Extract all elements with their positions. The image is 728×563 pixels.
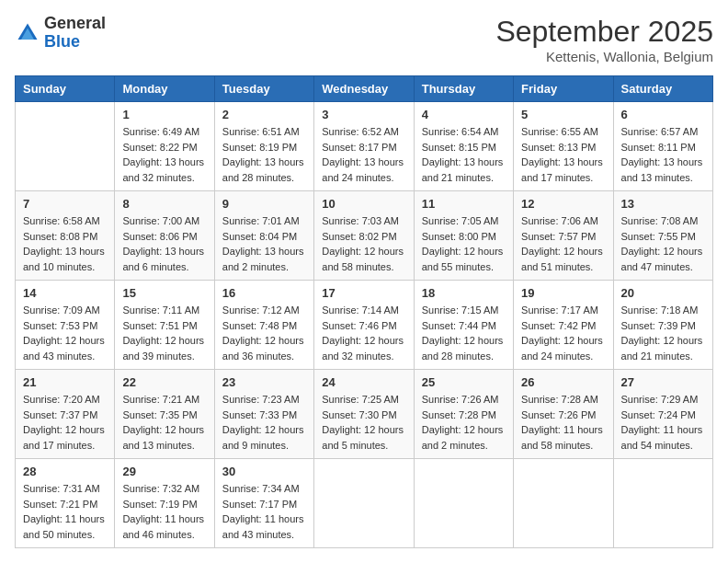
sunset-text: Sunset: 7:21 PM	[23, 499, 97, 510]
day-info: Sunrise: 6:51 AM Sunset: 8:19 PM Dayligh…	[222, 124, 306, 185]
cell-w5-d7	[613, 459, 712, 548]
cell-w5-d2: 29 Sunrise: 7:32 AM Sunset: 7:19 PM Dayl…	[115, 459, 214, 548]
cell-w3-d1: 14 Sunrise: 7:09 AM Sunset: 7:53 PM Dayl…	[16, 281, 115, 370]
day-number: 30	[222, 465, 306, 478]
day-number: 9	[222, 197, 306, 211]
cell-w3-d6: 19 Sunrise: 7:17 AM Sunset: 7:42 PM Dayl…	[514, 281, 613, 370]
cell-w2-d3: 9 Sunrise: 7:01 AM Sunset: 8:04 PM Dayli…	[214, 191, 313, 281]
sunset-text: Sunset: 7:51 PM	[122, 320, 197, 331]
day-number: 8	[122, 197, 206, 211]
sunset-text: Sunset: 8:11 PM	[621, 142, 696, 153]
sunset-text: Sunset: 8:00 PM	[422, 231, 496, 242]
day-number: 19	[521, 286, 605, 300]
day-number: 24	[322, 375, 405, 389]
day-number: 5	[521, 108, 605, 121]
cell-w3-d2: 15 Sunrise: 7:11 AM Sunset: 7:51 PM Dayl…	[115, 281, 214, 370]
daylight-text: Daylight: 11 hours and 43 minutes.	[222, 513, 304, 540]
day-number: 11	[422, 197, 506, 211]
header-tuesday: Tuesday	[214, 76, 313, 102]
cell-w5-d6	[514, 459, 613, 548]
day-number: 17	[322, 286, 405, 300]
day-number: 12	[521, 197, 605, 211]
sunrise-text: Sunrise: 6:51 AM	[222, 126, 300, 137]
header-sunday: Sunday	[16, 76, 115, 102]
day-number: 18	[422, 286, 506, 300]
day-number: 14	[23, 286, 107, 300]
sunrise-text: Sunrise: 6:52 AM	[322, 126, 399, 137]
day-number: 20	[621, 286, 705, 300]
header-friday: Friday	[514, 76, 613, 102]
sunrise-text: Sunrise: 6:55 AM	[521, 126, 598, 137]
day-info: Sunrise: 7:09 AM Sunset: 7:53 PM Dayligh…	[23, 303, 107, 363]
week-row-1: 1 Sunrise: 6:49 AM Sunset: 8:22 PM Dayli…	[16, 102, 713, 191]
header-saturday: Saturday	[613, 76, 712, 102]
sunrise-text: Sunrise: 7:32 AM	[122, 483, 199, 494]
sunrise-text: Sunrise: 7:12 AM	[222, 304, 300, 316]
daylight-text: Daylight: 12 hours and 28 minutes.	[422, 335, 504, 362]
daylight-text: Daylight: 12 hours and 21 minutes.	[621, 335, 703, 362]
daylight-text: Daylight: 12 hours and 36 minutes.	[222, 335, 304, 362]
sunrise-text: Sunrise: 6:49 AM	[122, 126, 199, 137]
cell-w4-d7: 27 Sunrise: 7:29 AM Sunset: 7:24 PM Dayl…	[613, 370, 712, 459]
sunrise-text: Sunrise: 6:54 AM	[422, 126, 499, 137]
cell-w5-d5	[414, 459, 513, 548]
daylight-text: Daylight: 12 hours and 39 minutes.	[122, 335, 204, 362]
cell-w4-d1: 21 Sunrise: 7:20 AM Sunset: 7:37 PM Dayl…	[16, 370, 115, 459]
cell-w2-d2: 8 Sunrise: 7:00 AM Sunset: 8:06 PM Dayli…	[115, 191, 214, 281]
day-info: Sunrise: 7:25 AM Sunset: 7:30 PM Dayligh…	[322, 392, 405, 453]
day-info: Sunrise: 6:55 AM Sunset: 8:13 PM Dayligh…	[521, 124, 605, 185]
cell-w1-d2: 1 Sunrise: 6:49 AM Sunset: 8:22 PM Dayli…	[115, 102, 214, 191]
sunrise-text: Sunrise: 7:31 AM	[23, 483, 100, 494]
sunrise-text: Sunrise: 7:03 AM	[322, 215, 399, 226]
sunset-text: Sunset: 7:17 PM	[222, 499, 297, 510]
cell-w3-d4: 17 Sunrise: 7:14 AM Sunset: 7:46 PM Dayl…	[314, 281, 414, 370]
sunrise-text: Sunrise: 7:28 AM	[521, 394, 598, 405]
sunset-text: Sunset: 7:24 PM	[621, 409, 696, 420]
day-number: 7	[23, 197, 107, 211]
sunrise-text: Sunrise: 6:58 AM	[23, 215, 100, 226]
sunrise-text: Sunrise: 7:01 AM	[222, 215, 300, 226]
cell-w2-d6: 12 Sunrise: 7:06 AM Sunset: 7:57 PM Dayl…	[514, 191, 613, 281]
cell-w3-d3: 16 Sunrise: 7:12 AM Sunset: 7:48 PM Dayl…	[214, 281, 313, 370]
header-thursday: Thursday	[414, 76, 513, 102]
sunset-text: Sunset: 8:13 PM	[521, 142, 596, 153]
day-info: Sunrise: 7:21 AM Sunset: 7:35 PM Dayligh…	[122, 392, 206, 453]
sunrise-text: Sunrise: 7:05 AM	[422, 215, 499, 226]
sunset-text: Sunset: 7:55 PM	[621, 231, 696, 242]
week-row-5: 28 Sunrise: 7:31 AM Sunset: 7:21 PM Dayl…	[16, 459, 713, 548]
sunrise-text: Sunrise: 7:34 AM	[222, 483, 300, 494]
daylight-text: Daylight: 12 hours and 47 minutes.	[621, 246, 703, 272]
day-number: 3	[322, 108, 405, 121]
sunset-text: Sunset: 7:33 PM	[222, 409, 297, 420]
cell-w2-d4: 10 Sunrise: 7:03 AM Sunset: 8:02 PM Dayl…	[314, 191, 414, 281]
sunrise-text: Sunrise: 7:15 AM	[422, 304, 499, 316]
daylight-text: Daylight: 12 hours and 24 minutes.	[521, 335, 603, 362]
cell-w5-d4	[314, 459, 414, 548]
day-info: Sunrise: 7:26 AM Sunset: 7:28 PM Dayligh…	[422, 392, 506, 453]
header-monday: Monday	[115, 76, 214, 102]
day-info: Sunrise: 7:31 AM Sunset: 7:21 PM Dayligh…	[23, 481, 107, 542]
daylight-text: Daylight: 12 hours and 58 minutes.	[322, 246, 404, 272]
cell-w4-d4: 24 Sunrise: 7:25 AM Sunset: 7:30 PM Dayl…	[314, 370, 414, 459]
sunrise-text: Sunrise: 7:08 AM	[621, 215, 699, 226]
cell-w4-d2: 22 Sunrise: 7:21 AM Sunset: 7:35 PM Dayl…	[115, 370, 214, 459]
sunrise-text: Sunrise: 6:57 AM	[621, 126, 699, 137]
day-info: Sunrise: 7:23 AM Sunset: 7:33 PM Dayligh…	[222, 392, 306, 453]
day-number: 23	[222, 375, 306, 389]
day-number: 2	[222, 108, 306, 121]
day-info: Sunrise: 7:28 AM Sunset: 7:26 PM Dayligh…	[521, 392, 605, 453]
day-info: Sunrise: 7:18 AM Sunset: 7:39 PM Dayligh…	[621, 303, 705, 363]
day-number: 1	[122, 108, 206, 121]
sunset-text: Sunset: 7:48 PM	[222, 320, 297, 331]
day-info: Sunrise: 7:00 AM Sunset: 8:06 PM Dayligh…	[122, 213, 206, 274]
sunrise-text: Sunrise: 7:20 AM	[23, 394, 100, 405]
calendar-header-row: Sunday Monday Tuesday Wednesday Thursday…	[16, 76, 713, 102]
daylight-text: Daylight: 13 hours and 28 minutes.	[222, 156, 304, 183]
day-info: Sunrise: 6:54 AM Sunset: 8:15 PM Dayligh…	[422, 124, 506, 185]
month-title: September 2025	[495, 15, 713, 49]
sunrise-text: Sunrise: 7:11 AM	[122, 304, 199, 316]
day-number: 15	[122, 286, 206, 300]
sunset-text: Sunset: 7:42 PM	[521, 320, 596, 331]
daylight-text: Daylight: 11 hours and 46 minutes.	[122, 513, 204, 540]
sunrise-text: Sunrise: 7:25 AM	[322, 394, 399, 405]
